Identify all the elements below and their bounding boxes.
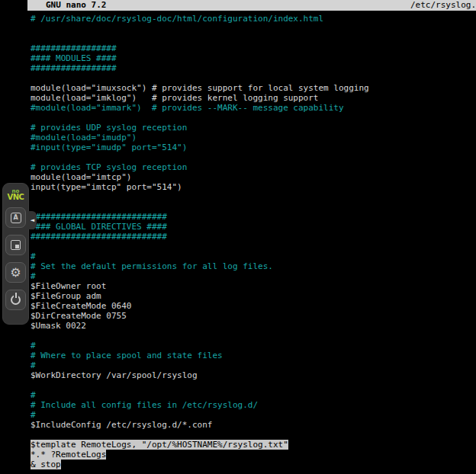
terminal-line: module(load="imtcp") [31, 172, 476, 182]
fullscreen-icon [11, 240, 21, 250]
terminal-line [31, 242, 476, 251]
power-button[interactable] [5, 290, 26, 310]
terminal-line: #module(load="imudp") [31, 133, 476, 143]
terminal-line: module(load="imklog") # provides kernel … [31, 93, 476, 103]
clipboard-icon: A [11, 213, 21, 223]
terminal-line: # [31, 271, 476, 281]
terminal-line: ################# [31, 43, 476, 53]
terminal-line: #module(load="immark") # provides --MARK… [31, 103, 476, 113]
terminal-line: ########################### [31, 232, 476, 242]
terminal-line: $template RemoteLogs, "/opt/%HOSTNAME%/r… [31, 440, 476, 450]
terminal-line [31, 152, 476, 162]
terminal-line: # [31, 360, 476, 370]
terminal-line: # Include all config files in /etc/rsysl… [31, 400, 476, 410]
terminal-line: #### GLOBAL DIRECTIVES #### [31, 222, 476, 232]
terminal-line: $FileOwner root [31, 281, 476, 291]
terminal-line: $FileCreateMode 0640 [31, 301, 476, 311]
novnc-logo-bottom: VNC [8, 194, 24, 200]
selected-text: & stop [31, 460, 61, 469]
nano-titlebar: GNU nano 7.2 /etc/rsyslog. [27, 0, 476, 11]
editor-buffer[interactable]: # /usr/share/doc/rsyslog-doc/html/config… [27, 11, 476, 469]
terminal-line [31, 73, 476, 83]
vnc-viewport: GNU nano 7.2 /etc/rsyslog. # /usr/share/… [0, 0, 476, 474]
terminal-line [31, 380, 476, 390]
terminal-line: # [31, 390, 476, 400]
fullscreen-button[interactable] [5, 235, 26, 255]
terminal-line [31, 331, 476, 341]
terminal-line: $Umask 0022 [31, 321, 476, 331]
terminal-line [31, 192, 476, 202]
terminal-line: ########################### [31, 212, 476, 222]
terminal-line: $FileGroup adm [31, 291, 476, 301]
terminal-line: ################# [31, 63, 476, 73]
terminal-line [31, 34, 476, 43]
selected-text: $template RemoteLogs, "/opt/%HOSTNAME%/r… [31, 440, 288, 450]
terminal-line: input(type="imtcp" port="514") [31, 182, 476, 192]
terminal-line: # provides UDP syslog reception [31, 123, 476, 133]
terminal-line [31, 24, 476, 34]
terminal-line [31, 202, 476, 212]
terminal-line: & stop [31, 460, 476, 469]
power-icon [11, 295, 21, 305]
terminal-window[interactable]: GNU nano 7.2 /etc/rsyslog. # /usr/share/… [27, 0, 476, 474]
selected-text: *.* ?RemoteLogs [31, 450, 106, 460]
terminal-line: $WorkDirectory /var/spool/rsyslog [31, 370, 476, 380]
novnc-control-bar: no VNC ◄ A ⚙ [2, 183, 29, 325]
settings-button[interactable]: ⚙ [5, 262, 26, 283]
terminal-line: #### MODULES #### [31, 53, 476, 63]
terminal-line [31, 430, 476, 440]
gear-icon: ⚙ [10, 267, 21, 279]
terminal-line [31, 113, 476, 123]
terminal-line: # [31, 341, 476, 351]
terminal-line: module(load="imuxsock") # provides suppo… [31, 83, 476, 93]
terminal-line: # Set the default permissions for all lo… [31, 261, 476, 271]
terminal-line: # [31, 251, 476, 261]
terminal-line: *.* ?RemoteLogs [31, 450, 476, 460]
clipboard-button[interactable]: A [5, 207, 26, 228]
terminal-line: # provides TCP syslog reception [31, 162, 476, 172]
terminal-line: #input(type="imudp" port="514") [31, 143, 476, 152]
collapse-arrow-icon: ◄ [31, 217, 34, 223]
novnc-logo: no VNC [8, 188, 24, 200]
control-bar-handle[interactable]: ◄ [28, 211, 37, 229]
nano-version-label: GNU nano 7.2 [46, 0, 106, 11]
terminal-line: $DirCreateMode 0755 [31, 311, 476, 321]
terminal-line: # [31, 410, 476, 420]
nano-filename-label: /etc/rsyslog. [410, 0, 476, 11]
terminal-line: # Where to place spool and state files [31, 351, 476, 360]
terminal-line: $IncludeConfig /etc/rsyslog.d/*.conf [31, 420, 476, 430]
terminal-line: # /usr/share/doc/rsyslog-doc/html/config… [31, 14, 476, 24]
